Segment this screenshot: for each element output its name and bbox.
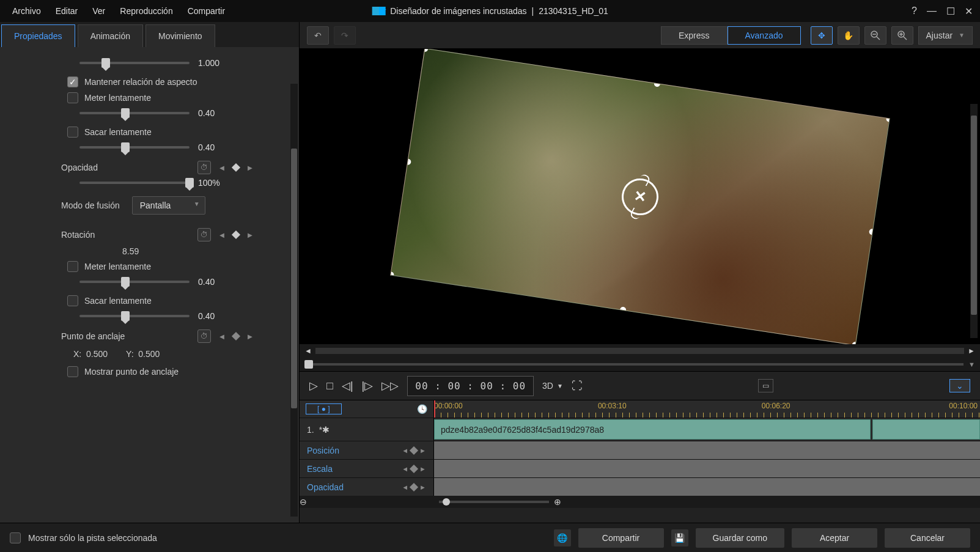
move-tool-icon[interactable]: ✥	[811, 26, 833, 45]
prev-frame-button[interactable]: ◁|	[342, 379, 353, 392]
menu-playback[interactable]: Reproducción	[120, 6, 172, 16]
preview-v-scrollbar[interactable]	[970, 104, 978, 338]
fullscreen-icon[interactable]: ⛶	[572, 380, 583, 392]
track-1-label[interactable]: 1.*✱	[300, 418, 434, 441]
tab-animation[interactable]: Animación	[78, 24, 143, 47]
rot-easein-checkbox[interactable]	[67, 261, 78, 272]
zoom-out-icon[interactable]	[864, 26, 886, 45]
preview-canvas[interactable]: ✕	[300, 49, 980, 344]
accept-button[interactable]: Aceptar	[792, 528, 877, 548]
anchor-x-value[interactable]: 0.500	[86, 349, 108, 359]
rot-easeout-value[interactable]: 0.40	[198, 311, 235, 321]
3d-select[interactable]: 3D▼	[542, 381, 563, 391]
scale-slider[interactable]	[79, 62, 190, 64]
fast-forward-button[interactable]: ▷▷	[381, 379, 399, 392]
timeline-clock-icon[interactable]: 🕓	[417, 404, 427, 414]
rotate-handle-icon[interactable]: ✕	[619, 175, 660, 217]
rotation-value[interactable]: 8.59	[122, 246, 139, 256]
clip-bounding-box[interactable]: ✕	[390, 49, 890, 344]
rotation-prev-kf-icon[interactable]: ◄	[216, 229, 228, 241]
scroll-right-icon[interactable]: ►	[968, 347, 975, 355]
rot-easeout-checkbox[interactable]	[67, 295, 78, 306]
fit-select[interactable]: Ajustar▼	[918, 26, 973, 45]
zoom-out-small-icon[interactable]: ⊖	[300, 497, 307, 507]
collapse-timeline-button[interactable]: ⌄	[949, 379, 970, 392]
show-selected-checkbox[interactable]	[10, 532, 21, 543]
rot-easeout-slider[interactable]	[79, 315, 190, 317]
mode-express[interactable]: Express	[661, 26, 728, 45]
clip-bar-2[interactable]	[872, 419, 980, 440]
playhead[interactable]	[434, 400, 435, 418]
next-frame-button[interactable]: |▷	[362, 379, 374, 392]
close-icon[interactable]: ✕	[965, 6, 973, 17]
rot-easein-slider[interactable]	[79, 281, 190, 283]
blend-select[interactable]: Pantalla	[132, 196, 205, 215]
maximize-icon[interactable]: ☐	[946, 6, 955, 17]
menu-file[interactable]: Archivo	[12, 6, 41, 16]
scroll-left-icon[interactable]: ◄	[304, 347, 312, 355]
easein-value[interactable]: 0.40	[198, 108, 235, 118]
zoom-in-small-icon[interactable]: ⊕	[554, 497, 561, 507]
hand-tool-icon[interactable]: ✋	[838, 26, 860, 45]
share-button[interactable]: Compartir	[578, 528, 664, 548]
dropdown-icon[interactable]: ▼	[968, 361, 975, 368]
rotation-next-kf-icon[interactable]: ►	[244, 229, 256, 241]
save-as-button[interactable]: Guardar como	[696, 528, 784, 548]
easein-checkbox[interactable]	[67, 92, 78, 103]
anchor-y-value[interactable]: 0.500	[138, 349, 160, 359]
tab-motion[interactable]: Movimiento	[146, 24, 215, 47]
opacity-slider[interactable]	[79, 182, 190, 184]
cancel-button[interactable]: Cancelar	[885, 528, 970, 548]
clip-bar[interactable]: pdze4b82a9e0d7625d83f4c5ad19d2978a8	[434, 419, 871, 440]
preview-zoom-slider[interactable]: ▼	[300, 358, 980, 371]
timeline-range-button[interactable]: [ ● ]	[306, 403, 342, 414]
menu-edit[interactable]: Editar	[56, 6, 78, 16]
opacity-stopwatch-icon[interactable]: ⏱	[197, 161, 211, 174]
redo-button[interactable]: ↷	[334, 26, 356, 45]
props-scrollbar[interactable]	[290, 84, 298, 517]
share-icon[interactable]: 🌐	[554, 529, 571, 546]
track-opacity-label[interactable]: Opacidad ◄►	[300, 478, 434, 496]
easeout-value[interactable]: 0.40	[198, 142, 235, 152]
help-icon[interactable]: ?	[912, 6, 917, 17]
zoom-in-icon[interactable]	[891, 26, 913, 45]
play-button[interactable]: ▷	[309, 379, 318, 392]
anchor-prev-kf-icon[interactable]: ◄	[216, 330, 228, 342]
mode-advanced[interactable]: Avanzado	[728, 26, 801, 45]
easeout-checkbox[interactable]	[67, 127, 78, 138]
timecode[interactable]: 00 : 00 : 00 : 00	[407, 376, 534, 396]
preview-h-scrollbar[interactable]: ◄ ►	[300, 344, 980, 358]
scale-value[interactable]: 1.000	[198, 58, 235, 68]
track-position-label[interactable]: Posición ◄►	[300, 441, 434, 459]
safe-zone-icon[interactable]: ▭	[758, 379, 773, 392]
opacity-next-kf-icon[interactable]: ►	[244, 161, 256, 174]
track-scale-label[interactable]: Escala ◄►	[300, 460, 434, 477]
timeline-zoom[interactable]: ⊖ ⊕	[300, 496, 980, 508]
track-opacity-lane[interactable]	[434, 478, 980, 496]
timeline-ruler[interactable]: 00:00:00 00:03:10 00:06:20 00:10:00	[434, 400, 980, 418]
easeout-slider[interactable]	[79, 146, 190, 149]
menu-view[interactable]: Ver	[92, 6, 105, 16]
rotation-stopwatch-icon[interactable]: ⏱	[197, 228, 211, 241]
anchor-stopwatch-icon[interactable]: ⏱	[197, 329, 211, 343]
track-1-lane[interactable]: pdze4b82a9e0d7625d83f4c5ad19d2978a8	[434, 418, 980, 441]
opacity-value[interactable]: 100%	[198, 178, 235, 188]
menu-share[interactable]: Compartir	[188, 6, 225, 16]
tab-properties[interactable]: Propiedades	[1, 24, 75, 47]
show-anchor-checkbox[interactable]	[67, 366, 78, 377]
stop-button[interactable]: □	[326, 380, 333, 392]
easein-slider[interactable]	[79, 112, 190, 114]
anchor-add-kf-icon[interactable]	[232, 332, 240, 340]
minimize-icon[interactable]: ―	[927, 6, 937, 17]
opacity-prev-kf-icon[interactable]: ◄	[216, 161, 228, 174]
aspect-checkbox[interactable]: ✓	[67, 76, 78, 87]
rotation-add-kf-icon[interactable]	[232, 230, 240, 239]
rot-easein-value[interactable]: 0.40	[198, 277, 235, 287]
undo-button[interactable]: ↶	[307, 26, 329, 45]
track-scale-lane[interactable]	[434, 460, 980, 477]
save-icon[interactable]: 💾	[671, 529, 688, 546]
opacity-add-kf-icon[interactable]	[232, 163, 240, 172]
track-position-lane[interactable]	[434, 441, 980, 459]
ruler-tick: 00:03:10	[598, 402, 627, 410]
anchor-next-kf-icon[interactable]: ►	[244, 330, 256, 342]
